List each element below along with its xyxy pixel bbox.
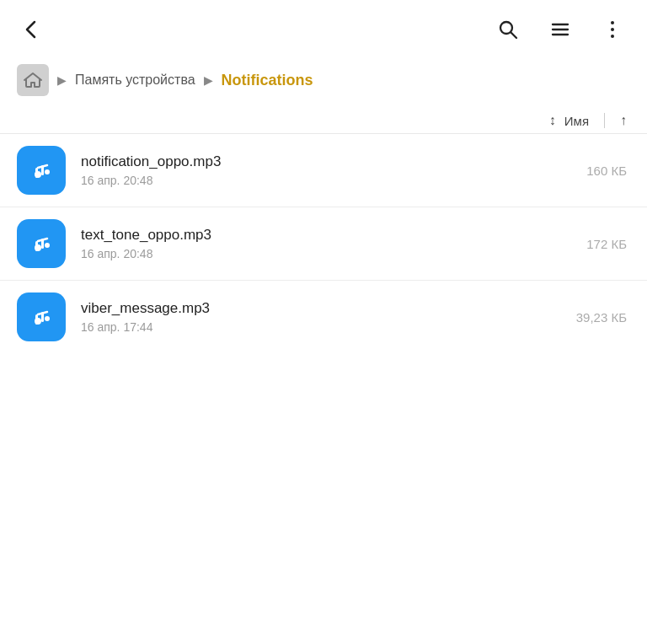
breadcrumb: ▶ Память устройства ▶ Notifications xyxy=(0,52,647,108)
file-item[interactable]: text_tone_oppo.mp3 16 апр. 20:48 172 КБ xyxy=(0,207,647,281)
file-info-1: text_tone_oppo.mp3 16 апр. 20:48 xyxy=(81,227,586,260)
file-size-1: 172 КБ xyxy=(586,237,627,251)
file-item[interactable]: viber_message.mp3 16 апр. 17:44 39,23 КБ xyxy=(0,281,647,353)
back-button[interactable] xyxy=(17,15,45,44)
list-view-button[interactable] xyxy=(546,15,575,44)
svg-rect-20 xyxy=(35,314,38,325)
breadcrumb-arrow-2: ▶ xyxy=(204,73,213,87)
sort-direction-icon[interactable]: ↑ xyxy=(620,113,627,128)
sort-divider xyxy=(604,113,605,128)
svg-point-14 xyxy=(45,243,50,248)
toolbar-left xyxy=(17,15,45,44)
file-name-1: text_tone_oppo.mp3 xyxy=(81,227,586,244)
home-folder-icon[interactable] xyxy=(17,64,49,96)
more-options-button[interactable] xyxy=(598,15,627,44)
sort-icon: ↕ xyxy=(549,113,556,128)
svg-point-6 xyxy=(611,21,614,24)
file-info-2: viber_message.mp3 16 апр. 17:44 xyxy=(81,300,576,334)
file-size-2: 39,23 КБ xyxy=(576,310,627,325)
sort-label[interactable]: Имя xyxy=(564,114,589,128)
sort-row: ↕ Имя ↑ xyxy=(0,108,647,134)
file-name-0: notification_oppo.mp3 xyxy=(81,153,586,170)
file-list: notification_oppo.mp3 16 апр. 20:48 160 … xyxy=(0,134,647,353)
toolbar-right xyxy=(494,15,627,44)
svg-point-18 xyxy=(45,316,50,321)
file-size-0: 160 КБ xyxy=(586,164,627,178)
file-icon-1 xyxy=(17,219,66,268)
breadcrumb-arrow-1: ▶ xyxy=(57,73,67,87)
breadcrumb-current: Notifications xyxy=(222,72,313,89)
svg-point-8 xyxy=(611,35,614,38)
toolbar xyxy=(0,0,647,52)
file-date-2: 16 апр. 17:44 xyxy=(81,320,576,334)
breadcrumb-root[interactable]: Память устройства xyxy=(75,72,195,88)
file-date-0: 16 апр. 20:48 xyxy=(81,174,586,187)
search-button[interactable] xyxy=(494,15,522,44)
file-item[interactable]: notification_oppo.mp3 16 апр. 20:48 160 … xyxy=(0,134,647,207)
file-icon-2 xyxy=(17,292,66,341)
svg-point-7 xyxy=(611,28,614,31)
svg-line-1 xyxy=(511,33,517,39)
svg-point-10 xyxy=(45,169,50,174)
file-name-2: viber_message.mp3 xyxy=(81,300,576,317)
svg-rect-16 xyxy=(35,241,38,251)
file-info-0: notification_oppo.mp3 16 апр. 20:48 xyxy=(81,153,586,187)
svg-rect-12 xyxy=(35,168,38,178)
file-icon-0 xyxy=(17,146,66,195)
file-date-1: 16 апр. 20:48 xyxy=(81,247,586,260)
